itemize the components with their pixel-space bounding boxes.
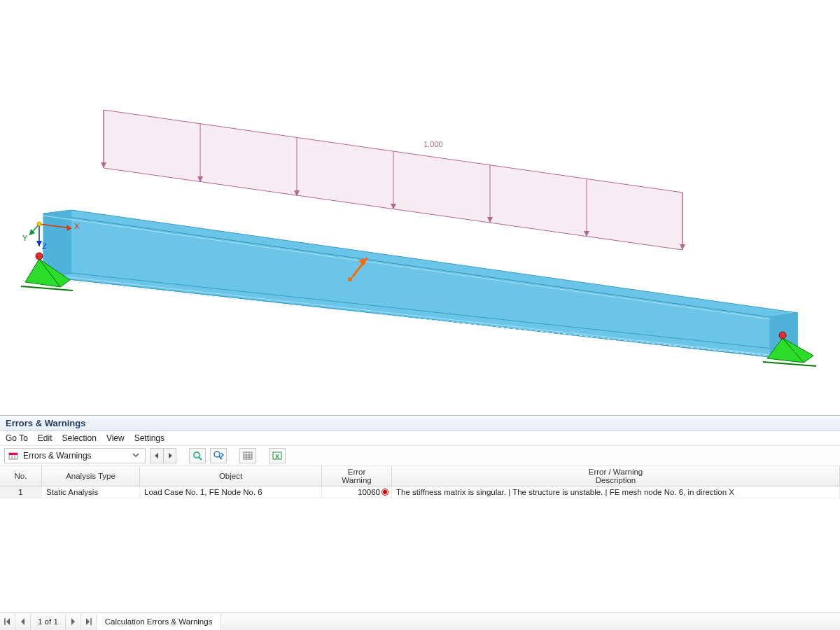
beam[interactable]	[43, 210, 798, 357]
table-selector-dropdown[interactable]: Errors & Warnings	[4, 448, 146, 463]
menu-selection[interactable]: Selection	[62, 433, 97, 443]
pager-last-button[interactable]	[81, 614, 97, 630]
menu-settings[interactable]: Settings	[134, 433, 164, 443]
svg-point-41	[348, 277, 352, 281]
cell-analysis-type: Static Analysis	[42, 486, 140, 498]
grid-body[interactable]: 1 Static Analysis Load Case No. 1, FE No…	[0, 486, 840, 612]
panel-toolbar: Errors & Warnings X	[0, 446, 840, 466]
menu-view[interactable]: View	[106, 433, 125, 443]
svg-point-48	[214, 451, 220, 457]
chevron-down-icon	[132, 451, 142, 461]
find-in-graphic-button[interactable]	[189, 448, 206, 463]
col-analysis-type[interactable]: Analysis Type	[42, 466, 140, 486]
svg-line-25	[21, 286, 73, 290]
menu-goto[interactable]: Go To	[6, 433, 28, 443]
pager-bar: 1 of 1 Calculation Errors & Warnings	[0, 612, 840, 630]
svg-line-29	[763, 362, 816, 366]
table-icon	[8, 450, 19, 461]
table-row[interactable]: 1 Static Analysis Load Case No. 1, FE No…	[0, 486, 840, 498]
svg-marker-37	[36, 241, 42, 246]
pager-prev-button[interactable]	[15, 614, 31, 630]
pager-first-button[interactable]	[0, 614, 15, 630]
errors-grid: No. Analysis Type Object Error Warning E…	[0, 466, 840, 612]
dropdown-label: Errors & Warnings	[23, 451, 128, 461]
grid-header: No. Analysis Type Object Error Warning E…	[0, 466, 840, 486]
panel-title: Errors & Warnings	[0, 416, 840, 431]
table-nav-buttons	[150, 448, 176, 463]
svg-text:X: X	[74, 222, 80, 230]
load-value-label: 1.000	[424, 140, 443, 148]
prev-table-button[interactable]	[150, 449, 163, 463]
cell-no: 1	[0, 486, 42, 498]
pager-next-button[interactable]	[66, 614, 81, 630]
pager-info: 1 of 1	[31, 614, 66, 630]
menu-edit[interactable]: Edit	[38, 433, 52, 443]
svg-text:Z: Z	[42, 242, 47, 251]
svg-point-39	[37, 222, 41, 226]
export-excel-button[interactable]: X	[269, 448, 286, 463]
col-description[interactable]: Error / Warning Description	[392, 466, 840, 486]
model-viewport[interactable]: 1.000	[0, 0, 840, 415]
cell-object: Load Case No. 1, FE Node No. 6	[140, 486, 322, 498]
pager-tab[interactable]: Calculation Errors & Warnings	[97, 614, 222, 630]
find-next-button[interactable]	[210, 448, 227, 463]
svg-text:Y: Y	[22, 234, 28, 242]
panel-menu: Go To Edit Selection View Settings	[0, 431, 840, 446]
cell-description: The stiffness matrix is singular. | The …	[392, 486, 840, 498]
svg-rect-44	[9, 453, 18, 455]
svg-rect-50	[244, 452, 252, 459]
svg-point-28	[779, 332, 786, 339]
view-table-button[interactable]	[239, 448, 256, 463]
col-object[interactable]: Object	[140, 466, 322, 486]
col-error-warning[interactable]: Error Warning	[322, 466, 392, 486]
col-no[interactable]: No.	[0, 466, 42, 486]
cell-error-code: 10060	[322, 486, 392, 498]
svg-point-24	[36, 253, 43, 260]
error-icon	[383, 490, 387, 494]
errors-warnings-panel: Errors & Warnings Go To Edit Selection V…	[0, 415, 840, 612]
svg-text:X: X	[275, 453, 279, 460]
svg-line-47	[199, 457, 202, 460]
next-table-button[interactable]	[163, 449, 176, 463]
